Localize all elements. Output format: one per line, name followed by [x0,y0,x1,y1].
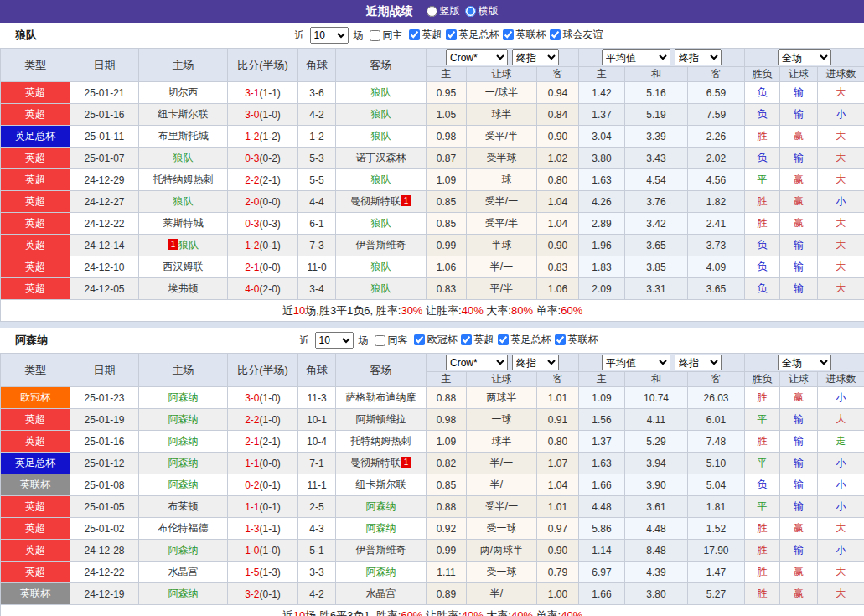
home-team-cell: 阿森纳 [139,474,228,496]
date-cell: 24-12-22 [70,213,139,235]
handicap-line: 半/一 [467,453,537,474]
date-cell: 25-01-23 [70,387,139,409]
result-handicap: 赢 [780,583,818,605]
fullmatch-select[interactable]: 全场 [778,355,831,370]
home-team-cell: 布伦特福德 [139,518,228,540]
final-index-select-2[interactable]: 终指 [675,355,722,370]
layout-vertical-option: 竖版 [427,4,460,18]
same-venue-checkbox[interactable] [370,30,380,41]
fulltime-score: 1-1 [245,501,259,513]
final-index-select-2[interactable]: 终指 [675,49,722,65]
avg-home-odds: 3.04 [579,126,625,148]
recent-count-select[interactable]: 10 [315,332,354,349]
avg-away-odds: 5.27 [688,583,745,605]
horizontal-radio[interactable] [465,6,476,17]
away-team-name: 水晶宫 [366,588,396,599]
corner-cell: 7-1 [298,453,336,474]
result-goals: 大 [818,213,864,235]
avg-away-odds: 6.59 [688,82,745,104]
vertical-radio[interactable] [427,6,437,17]
col-date-header: 日期 [70,354,139,387]
result-handicap: 输 [780,496,818,518]
halftime-score: (1-1) [260,523,281,535]
summary-part: 80% [511,304,533,317]
handicap-home-odds: 0.99 [427,540,467,562]
result-winloss: 平 [745,453,780,474]
result-handicap: 输 [780,431,818,453]
date-cell: 24-12-27 [70,191,139,213]
away-team-cell: 阿斯顿维拉 [336,409,427,431]
away-team-name: 萨格勒布迪纳摩 [346,391,416,403]
match-row: 英超24-12-28阿森纳1-0(1-0)5-1伊普斯维奇0.99两/两球半0.… [1,540,864,562]
league-checkbox[interactable] [461,334,472,345]
handicap-home-odds: 0.87 [427,148,467,169]
handicap-line: 半/一 [467,256,537,278]
fullmatch-select[interactable]: 全场 [778,49,831,65]
recent-count-select[interactable]: 10 [310,27,349,44]
avg-home-odds: 1.37 [579,104,625,126]
sub-winloss-header: 胜负 [745,67,780,82]
handicap-line: 球半 [467,104,537,126]
home-team-cell: 狼队 [139,191,228,213]
final-index-select[interactable]: 终指 [512,49,559,65]
handicap-home-odds: 1.09 [427,169,467,191]
fulltime-score: 2-0 [245,196,259,208]
match-row: 英超24-12-22莱斯特城0-3(0-3)6-1狼队0.85受平/半1.042… [1,213,864,235]
same-venue-checkbox[interactable] [375,335,385,346]
avg-away-odds: 1.47 [688,562,745,583]
average-select[interactable]: 平均值 [602,355,670,370]
handicap-home-odds: 0.92 [427,518,467,540]
summary-part: 40% [462,304,484,317]
sub-avg-draw-header: 和 [625,67,688,82]
match-row: 英联杯24-12-19阿森纳3-2(0-1)4-2水晶宫0.89半/一1.001… [1,583,864,605]
bookmaker-select[interactable]: Crow* [446,49,508,65]
league-checkbox[interactable] [446,29,457,40]
home-team-name: 狼队 [173,195,194,207]
halftime-score: (0-1) [260,501,281,513]
league-checkbox[interactable] [409,29,420,40]
final-index-select[interactable]: 终指 [512,355,559,370]
league-checkbox-label: 英足总杯 [511,333,551,347]
handicap-line: 受一球 [467,518,537,540]
corner-cell: 4-3 [298,518,336,540]
league-filter-option: 英超 [406,28,442,42]
corner-cell: 3-4 [298,278,336,300]
away-team-name: 狼队 [371,217,391,229]
league-checkbox[interactable] [550,29,561,40]
league-filter-option: 欧冠杯 [411,333,458,347]
league-checkbox-label: 英超 [474,333,494,347]
summary-part: 让胜率: [422,609,461,616]
corner-cell: 4-2 [298,104,336,126]
avg-home-odds: 1.66 [579,474,625,496]
result-winloss: 平 [745,496,780,518]
fulltime-score: 2-1 [245,436,259,448]
league-checkbox[interactable] [555,334,566,345]
results-body: 英超25-01-21切尔西3-1(1-1)3-6狼队0.95一/球半0.941.… [1,82,864,300]
score-cell: 1-2(0-1) [228,235,298,256]
halftime-score: (1-0) [260,109,281,121]
league-checkbox[interactable] [414,334,425,345]
away-team-cell: 纽卡斯尔联 [336,474,427,496]
league-checkbox[interactable] [503,29,514,40]
corner-cell: 10-1 [298,409,336,431]
league-type-cell: 英足总杯 [1,453,70,474]
handicap-home-odds: 1.05 [427,104,467,126]
col-away-header: 客场 [336,49,427,82]
handicap-away-odds: 0.80 [537,169,579,191]
date-cell: 25-01-05 [70,496,139,518]
bookmaker-select[interactable]: Crow* [446,355,508,370]
date-cell: 25-01-16 [70,104,139,126]
result-goals: 大 [818,278,864,300]
league-checkbox[interactable] [498,334,509,345]
result-goals: 大 [818,409,864,431]
home-team-cell: 纽卡斯尔联 [139,104,228,126]
league-type-cell: 英超 [1,496,70,518]
score-cell: 1-2(1-2) [228,126,298,148]
average-select[interactable]: 平均值 [602,49,670,65]
score-cell: 2-1(0-0) [228,256,298,278]
corner-cell: 7-3 [298,235,336,256]
date-cell: 24-12-22 [70,562,139,583]
fulltime-score: 0-2 [245,479,259,491]
result-handicap: 赢 [780,169,818,191]
home-team-cell: 水晶宫 [139,562,228,583]
